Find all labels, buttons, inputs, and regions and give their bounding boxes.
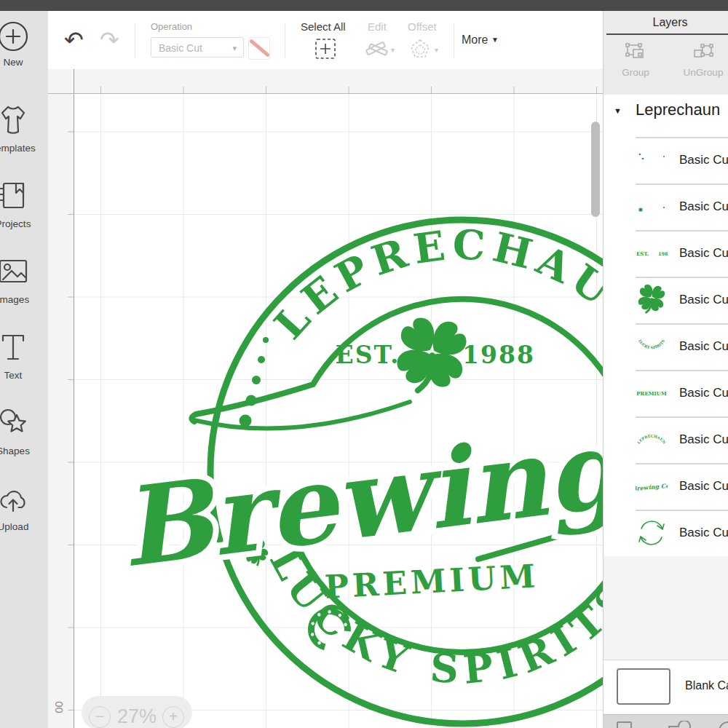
more-label: More [462,33,488,46]
ruler-number: 00 [52,701,65,713]
ungroup-icon [693,43,713,60]
edit-pencil-icon[interactable] [364,39,390,59]
sidebar-item-upload[interactable]: Upload [0,481,42,532]
shapes-star-icon [0,405,31,440]
slice-icon[interactable] [615,719,640,728]
offset-button[interactable]: Offset [408,20,437,33]
operation-value: Basic Cut [159,42,202,54]
sidebar-item-label: Templates [0,143,42,154]
more-button[interactable]: More ▼ [462,33,499,47]
offset-dropdown-caret-icon[interactable]: ▾ [435,46,438,54]
zoom-in-button[interactable]: + [162,706,184,728]
layer-label: Basic Cut [679,386,728,400]
layer-thumbnail-shamrock [636,284,668,316]
ungroup-button[interactable]: UnGroup [678,43,728,78]
undo-button[interactable]: ↶ [64,28,84,52]
layer-thumbnail-est-1988: EST. 198 [636,237,668,269]
sidebar-item-label: Shapes [0,446,42,456]
layers-list-empty-space [604,556,728,660]
ruler-divider-vertical [74,69,74,728]
badge-premium-text: PREMIUM [324,557,540,605]
layer-label: Basic Cut [679,339,728,354]
plus-circle-icon [0,21,28,52]
layer-row[interactable]: Basic Cut [604,277,728,323]
edit-button[interactable]: Edit [368,20,387,33]
svg-text:EST.: EST. [636,250,649,257]
attach-icon[interactable] [717,721,728,728]
chevron-down-icon: ▾ [232,38,237,58]
layers-panel-title: Layers [604,16,728,29]
layer-thumbnail-lucky-spirits: LUCKY SPIRITS [636,331,668,363]
layer-label: Basic Cut [679,153,728,167]
more-caret-icon: ▼ [491,36,499,44]
ruler-divider-horizontal [48,93,603,94]
blank-canvas-row[interactable]: Blank Canvas [604,660,728,714]
layer-label: Basic Cut [679,246,728,261]
leprechaun-brewing-design[interactable]: LEPRECHAUN EST. 1988 LUCKY SPIRITS [74,93,603,728]
layer-row[interactable]: Basic Cut [604,137,728,183]
layer-thumbnail-dots [636,144,668,176]
text-icon [0,330,31,365]
canvas-area: LEPRECHAUN EST. 1988 LUCKY SPIRITS [48,69,603,728]
shamrock-large [389,310,474,397]
sidebar-item-images[interactable]: Images [0,254,42,305]
offset-pentagon-icon[interactable] [409,38,431,60]
redo-button[interactable]: ↷ [100,28,119,52]
images-photo-icon [0,254,31,289]
blank-canvas-label: Blank Canvas [685,679,728,692]
toolbar-separator [285,23,285,58]
layer-row[interactable]: Basic Cut [604,510,728,556]
operation-label: Operation [151,21,192,32]
layer-row[interactable]: Basic Cut [604,183,728,230]
toolbar-separator [454,23,454,58]
select-all-button[interactable]: Select All [301,20,346,33]
ungroup-label: UnGroup [684,67,724,78]
zoom-control: − 27% + [82,696,192,728]
layer-label: Basic Cut [679,293,728,307]
layer-thumbnail-rings [636,517,668,549]
sidebar-item-templates[interactable]: Templates [0,103,42,154]
layer-row[interactable]: EST. 198 Basic Cut [604,230,728,277]
layer-group-name[interactable]: Leprechaun [636,100,720,119]
layer-row[interactable]: LUCKY SPIRITS Basic Cut [604,323,728,370]
layer-label: Basic Cut [679,199,728,214]
sidebar-item-text[interactable]: Text [0,330,42,381]
layer-row[interactable]: LEPRECHAUN Basic Cut [604,416,728,463]
edit-toolbar: ↶ ↷ Operation Basic Cut ▾ Select All Edi… [48,11,603,70]
sidebar-item-label: Text [0,370,42,381]
sidebar-item-projects[interactable]: Projects [0,178,42,229]
weld-icon[interactable] [666,721,691,728]
sidebar-item-label: New [0,57,42,68]
layers-list: ▼ Leprechaun Basic Cut Basic Cut [604,95,728,728]
select-all-icon[interactable] [314,38,336,60]
vertical-ruler [68,93,74,728]
blank-canvas-swatch[interactable] [617,668,670,705]
layer-row[interactable]: PREMIUM Basic Cut [604,370,728,416]
sidebar-item-label: Upload [0,521,42,532]
group-collapse-caret-icon[interactable]: ▼ [614,106,622,115]
cut-color-swatch[interactable] [248,37,270,60]
group-icon [625,43,646,60]
design-canvas[interactable]: LEPRECHAUN EST. 1988 LUCKY SPIRITS [74,93,603,728]
canvas-scrollbar[interactable] [591,122,600,217]
edit-dropdown-caret-icon[interactable]: ▾ [391,46,395,54]
sidebar-item-new[interactable]: New [0,21,42,68]
sidebar-item-shapes[interactable]: Shapes [0,405,42,456]
operation-select[interactable]: Basic Cut ▾ [151,37,244,58]
horizontal-ruler [48,87,603,93]
group-button[interactable]: Group [610,43,661,78]
sidebar: New Templates Projects Images Text Shape… [0,11,48,728]
layer-label: Basic Cut [679,479,728,494]
layer-thumbnail-dot [636,191,668,223]
sidebar-item-label: Projects [0,218,42,229]
zoom-out-button[interactable]: − [89,706,111,728]
layer-label: Basic Cut [679,432,728,447]
layer-row[interactable]: Brewing Co. Basic Cut [604,463,728,510]
badge-arc-top-text: LEPRECHAUN [265,220,603,348]
group-label: Group [622,67,649,78]
color-line-icon [249,39,270,58]
layers-panel: Layers Group UnGroup ▼ Leprechaun [603,11,728,728]
upload-cloud-icon [0,481,31,516]
layer-thumbnail-premium: PREMIUM [636,377,668,409]
svg-text:Brewing Co.: Brewing Co. [636,482,668,493]
